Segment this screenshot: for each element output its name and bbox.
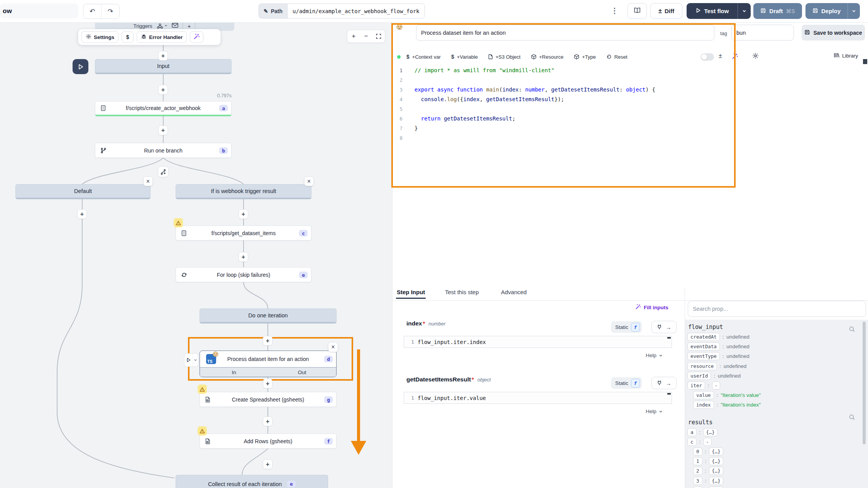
add-branch-button[interactable] — [158, 166, 169, 177]
prop-value[interactable]: {…} — [709, 457, 723, 465]
chevron-down-icon[interactable] — [193, 354, 198, 366]
flow-node-run-one-branch[interactable]: Run one branch b — [95, 143, 232, 158]
editor-toolbar-item[interactable]: +S3 Object — [488, 54, 521, 60]
editor-toolbar-item[interactable]: Reset — [606, 54, 628, 60]
prop-key-pill[interactable]: 1 — [693, 457, 702, 465]
test-flow-dropdown[interactable] — [738, 8, 751, 14]
add-step-button[interactable]: + — [158, 51, 168, 61]
flow-node-process-item-selected[interactable]: TS Process dataset item for an action d … — [200, 351, 337, 377]
connect-input-buttons[interactable]: → — [651, 321, 677, 333]
prop-key-pill[interactable]: index — [693, 401, 714, 409]
add-step-button[interactable]: + — [263, 379, 272, 388]
flow-node-get-dataset-items[interactable]: f/scripts/get_dataset_items c — [176, 225, 311, 241]
prop-key-pill[interactable]: value — [693, 391, 714, 399]
help-link[interactable]: Help — [646, 408, 663, 414]
function-mode-icon[interactable]: f — [631, 379, 640, 388]
magic-wand-icon[interactable] — [732, 53, 738, 61]
tab-test-this-step[interactable]: Test this step — [445, 289, 479, 295]
prop-value[interactable]: - — [712, 381, 721, 390]
editor-toolbar-item[interactable]: +Resource — [531, 54, 563, 60]
tab-advanced[interactable]: Advanced — [501, 289, 527, 295]
webhook-icon[interactable] — [157, 23, 168, 29]
search-icon[interactable] — [849, 326, 855, 334]
prop-key-pill[interactable]: eventType — [687, 352, 720, 360]
diff-button[interactable]: ± Diff — [650, 3, 682, 19]
test-flow-button[interactable]: Test flow — [687, 3, 751, 19]
add-step-button[interactable]: + — [239, 209, 248, 219]
close-icon[interactable]: × — [304, 176, 314, 186]
add-step-button[interactable]: + — [158, 85, 168, 95]
email-trigger-icon[interactable] — [172, 23, 178, 29]
flow-node-create-actor-webhook[interactable]: f/scripts/create_actor_webhook a — [95, 101, 232, 116]
add-step-button[interactable]: + — [263, 459, 272, 469]
save-to-workspace-button[interactable]: Save to workspace — [802, 25, 865, 41]
error-handler-button[interactable]: Error Handler — [137, 31, 187, 43]
prop-key-pill[interactable]: c — [687, 438, 697, 446]
add-trigger-button[interactable]: + — [188, 23, 191, 29]
prop-key-pill[interactable]: userId — [687, 372, 711, 380]
ai-assistant-button[interactable] — [190, 31, 203, 43]
tag-input[interactable] — [731, 25, 794, 41]
close-icon[interactable]: × — [328, 342, 338, 352]
expr-input-getdatesetitemsresult[interactable]: 1 flow_input.iter.value — [404, 392, 672, 404]
diff-toggle-icon[interactable]: ± — [719, 53, 722, 59]
editor-toolbar-item[interactable]: $+Context var — [406, 54, 441, 60]
prop-value[interactable]: {…} — [709, 467, 723, 475]
close-icon[interactable]: × — [143, 176, 153, 186]
prop-value[interactable]: {…} — [703, 428, 717, 436]
run-from-step-button[interactable] — [184, 353, 198, 367]
prop-value[interactable]: - — [703, 438, 712, 446]
flow-canvas[interactable]: Triggers + Settings $ Error Handler + − — [0, 22, 392, 488]
add-step-button[interactable]: + — [263, 417, 272, 426]
gear-icon[interactable] — [752, 53, 759, 61]
redo-button[interactable]: ↷ — [101, 4, 119, 19]
editor-toggle[interactable] — [700, 53, 714, 61]
play-icon[interactable] — [184, 354, 193, 366]
draft-button[interactable]: Draft ⌘S — [753, 3, 802, 19]
fit-view-button[interactable] — [372, 30, 385, 42]
code-editor[interactable]: 1// import * as wmill from "windmill-cli… — [393, 66, 861, 143]
editor-toolbar-item[interactable]: $+Variable — [451, 54, 478, 60]
search-prop-input[interactable] — [688, 301, 866, 317]
flow-node-branch-if-webhook[interactable]: If is webhook trigger result — [176, 184, 311, 199]
deploy-dropdown[interactable] — [848, 8, 860, 14]
editor-toolbar-item[interactable]: +Type — [574, 54, 596, 60]
prop-value[interactable]: {…} — [709, 486, 723, 488]
flow-node-do-one-iteration[interactable]: Do one iteration — [200, 308, 337, 324]
static-mode-toggle[interactable]: Static f — [611, 321, 642, 333]
path-value-input[interactable]: u/admin/example_actor_webhook_flow_fork — [287, 3, 425, 19]
docs-button[interactable] — [628, 3, 647, 19]
flow-node-collect-result[interactable]: Collect result of each iteration e — [176, 475, 328, 488]
static-mode-toggle[interactable]: Static f — [611, 377, 642, 389]
warning-icon[interactable] — [198, 385, 207, 394]
flow-node-for-loop[interactable]: For loop (skip failures) e — [176, 267, 311, 282]
node-output-pill[interactable]: Out — [268, 368, 337, 377]
add-step-button[interactable]: + — [239, 252, 248, 262]
function-mode-icon[interactable]: f — [631, 323, 640, 332]
undo-button[interactable]: ↶ — [83, 4, 101, 19]
search-icon[interactable] — [849, 414, 855, 422]
prop-key-pill[interactable]: 3 — [693, 477, 702, 485]
flow-summary-input[interactable]: ow — [0, 3, 78, 19]
prop-key-pill[interactable]: 0 — [693, 447, 702, 456]
prop-value[interactable]: {…} — [709, 477, 723, 485]
tab-step-input[interactable]: Step Input — [397, 289, 425, 295]
prop-value[interactable]: {…} — [709, 447, 723, 456]
help-link[interactable]: Help — [646, 352, 663, 358]
prop-key-pill[interactable]: iter — [687, 381, 705, 390]
zoom-in-button[interactable]: + — [347, 30, 360, 42]
step-title-input[interactable] — [416, 25, 714, 41]
fill-inputs-button[interactable]: Fill inputs — [635, 304, 668, 311]
connect-input-buttons[interactable]: → — [651, 377, 677, 389]
prop-key-pill[interactable]: a — [687, 428, 697, 436]
flow-node-create-spreadsheet[interactable]: Create Spreadsheet (gsheets) g — [200, 392, 337, 407]
run-flow-button[interactable] — [73, 59, 88, 74]
library-button[interactable]: Library — [834, 53, 858, 59]
add-step-button[interactable]: + — [77, 209, 87, 219]
deploy-button[interactable]: Deploy — [805, 3, 860, 19]
prop-key-pill[interactable]: eventData — [687, 342, 720, 351]
props-scrollbar[interactable] — [863, 322, 866, 444]
flow-node-add-rows[interactable]: Add Rows (gsheets) f — [200, 434, 337, 449]
add-step-button[interactable]: + — [263, 336, 272, 346]
prop-key-pill[interactable]: resource — [687, 362, 717, 370]
